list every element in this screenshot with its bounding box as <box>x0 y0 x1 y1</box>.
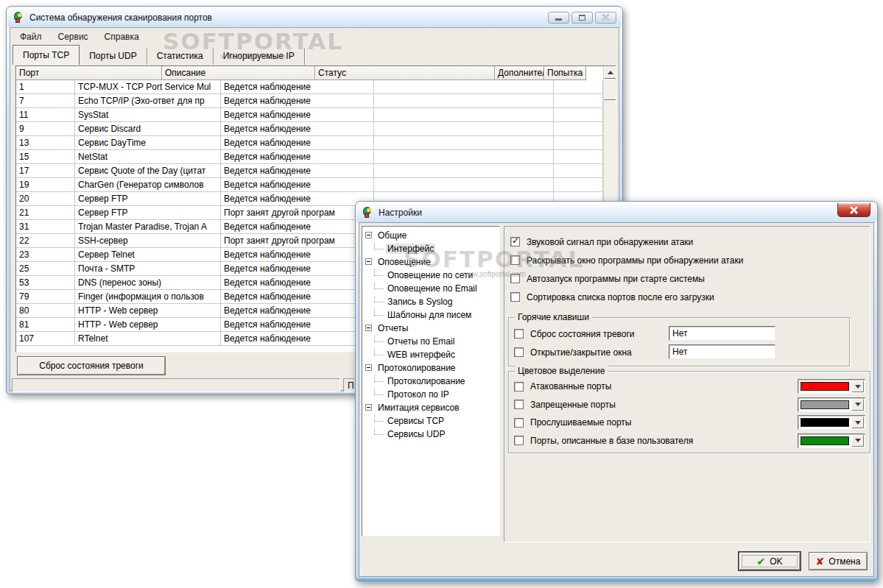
column-header[interactable]: Порт <box>16 66 162 80</box>
colors-group-title: Цветовое выделение <box>515 366 608 376</box>
option-row[interactable]: Раскрывать окно программы при обнаружени… <box>504 251 870 269</box>
cell-status: Порт занят другой програм <box>221 206 374 220</box>
dropdown-arrow-button[interactable] <box>851 399 864 411</box>
color-swatch <box>801 382 849 391</box>
tree-item[interactable]: Имитация сервисов <box>362 402 499 415</box>
column-header[interactable]: Дополнительные сведения <box>495 66 544 80</box>
column-header[interactable]: Описание <box>162 66 315 80</box>
tree-item[interactable]: Запись в Syslog <box>362 296 499 309</box>
checkbox[interactable] <box>514 418 524 428</box>
menu-item[interactable]: Справка <box>97 30 147 43</box>
collapse-icon[interactable] <box>365 325 372 331</box>
tree-item-label: Шаблоны для писем <box>386 310 473 320</box>
cancel-button[interactable]: ✘ Отмена <box>809 552 868 570</box>
tab[interactable]: Порты TCP <box>13 45 80 65</box>
hotkey-input[interactable] <box>669 326 775 341</box>
close-icon <box>602 13 610 21</box>
scroll-up-button[interactable] <box>604 66 616 79</box>
hotkey-label: Открытие/закрытие окна <box>530 347 632 358</box>
tree-item[interactable]: Отчеты <box>362 322 499 336</box>
cell-description: CharGen (Генератор символов <box>75 178 221 192</box>
checkbox[interactable] <box>510 237 520 247</box>
cancel-label: Отмена <box>829 556 860 567</box>
menu-item[interactable]: Сервис <box>51 30 96 43</box>
tree-item[interactable]: Сервисы TCP <box>362 415 499 428</box>
dropdown-arrow-button[interactable] <box>851 435 864 447</box>
dialog-close-button[interactable] <box>837 203 870 217</box>
checkbox[interactable] <box>510 255 520 265</box>
color-row: Запрещенные порты <box>509 396 870 414</box>
ok-button[interactable]: ✔ OK <box>739 552 801 570</box>
close-button[interactable] <box>595 12 616 24</box>
checkbox[interactable] <box>514 436 524 445</box>
menu-item[interactable]: Файл <box>13 30 49 43</box>
cell-description: HTTP - Web сервер <box>75 304 221 318</box>
cell-port: 25 <box>16 262 75 276</box>
tree-item[interactable]: Протоколирование <box>362 375 499 389</box>
cell-status: Ведется наблюдение <box>221 304 374 318</box>
tree-item[interactable]: WEB интерфейс <box>362 349 499 362</box>
dialog-titlebar[interactable]: Настройки <box>356 202 876 222</box>
column-header[interactable]: Статус <box>315 66 495 80</box>
tab[interactable]: Игнорируемые IP <box>214 48 305 65</box>
tree-item[interactable]: Протоколирование <box>362 362 499 375</box>
cell-status: Ведется наблюдение <box>221 178 374 192</box>
table-row[interactable]: 15 NetStat Ведется наблюдение <box>16 150 616 164</box>
table-row[interactable]: 1 TCP-MUX - TCP Port Service Mul Ведется… <box>16 80 616 94</box>
cell-port: 80 <box>16 304 75 318</box>
column-header[interactable]: Попытка <box>544 66 586 80</box>
color-row: Порты, описанные в базе пользователя <box>509 432 870 450</box>
tree-connector <box>374 389 383 395</box>
cell-description: SSH-сервер <box>75 234 221 248</box>
hotkey-row: Открытие/закрытие окна <box>509 343 849 361</box>
main-window-titlebar[interactable]: Система обнаружения сканирования портов <box>7 7 622 27</box>
tree-item[interactable]: Оповещение <box>362 256 499 269</box>
tab[interactable]: Статистика <box>147 48 214 65</box>
cell-attempt <box>554 108 603 122</box>
collapse-icon[interactable] <box>365 404 372 411</box>
cell-description: Сервер FTP <box>75 192 221 206</box>
option-row[interactable]: Автозапуск программы при старте системы <box>504 269 870 288</box>
option-row[interactable]: Звуковой сигнал при обнаружении атаки <box>504 233 870 251</box>
color-dropdown[interactable] <box>798 397 865 412</box>
tree-item[interactable]: Оповещение по Email <box>362 283 499 296</box>
checkbox[interactable] <box>514 400 524 409</box>
color-swatch <box>801 400 849 409</box>
color-dropdown[interactable] <box>798 433 865 448</box>
table-row[interactable]: 17 Сервис Quote of the Day (цитат Ведетс… <box>16 164 616 178</box>
table-row[interactable]: 9 Сервис Discard Ведется наблюдение <box>16 122 616 136</box>
checkbox[interactable] <box>510 292 520 302</box>
tree-connector <box>374 428 383 435</box>
dropdown-arrow-button[interactable] <box>851 380 864 392</box>
tree-item[interactable]: Общие <box>362 230 499 243</box>
scrollbar-thumb[interactable] <box>604 79 616 100</box>
reset-alarm-button[interactable]: Сброс состояния тревоги <box>17 356 166 375</box>
tree-item[interactable]: Интерфейс <box>362 243 499 256</box>
table-row[interactable]: 11 SysStat Ведется наблюдение <box>16 108 616 122</box>
cell-status: Ведется наблюдение <box>221 276 374 290</box>
color-dropdown[interactable] <box>798 379 865 394</box>
minimize-button[interactable] <box>548 12 569 24</box>
dropdown-arrow-button[interactable] <box>851 417 864 428</box>
option-row[interactable]: Сортировка списка портов после его загру… <box>504 288 870 306</box>
tree-item[interactable]: Шаблоны для писем <box>362 309 499 322</box>
collapse-icon[interactable] <box>365 364 372 371</box>
tree-item[interactable]: Оповещение по сети <box>362 269 499 283</box>
hotkey-input[interactable] <box>669 344 775 359</box>
color-dropdown[interactable] <box>798 415 865 430</box>
tree-item[interactable]: Протокол по IP <box>362 389 499 402</box>
checkbox[interactable] <box>514 382 524 392</box>
tab[interactable]: Порты UDP <box>80 48 147 65</box>
chevron-down-icon <box>855 403 861 406</box>
checkbox[interactable] <box>514 347 524 357</box>
collapse-icon[interactable] <box>365 258 372 265</box>
collapse-icon[interactable] <box>365 232 372 238</box>
table-row[interactable]: 7 Echo TCP/IP (Эхо-ответ для пр Ведется … <box>16 94 616 108</box>
checkbox[interactable] <box>510 274 520 283</box>
tree-item[interactable]: Отчеты по Email <box>362 336 499 349</box>
table-row[interactable]: 13 Сервис DayTime Ведется наблюдение <box>16 136 616 150</box>
table-row[interactable]: 19 CharGen (Генератор символов Ведется н… <box>16 178 616 192</box>
checkbox[interactable] <box>514 329 524 339</box>
tree-item[interactable]: Сервисы UDP <box>362 428 499 442</box>
maximize-button[interactable] <box>571 12 593 24</box>
